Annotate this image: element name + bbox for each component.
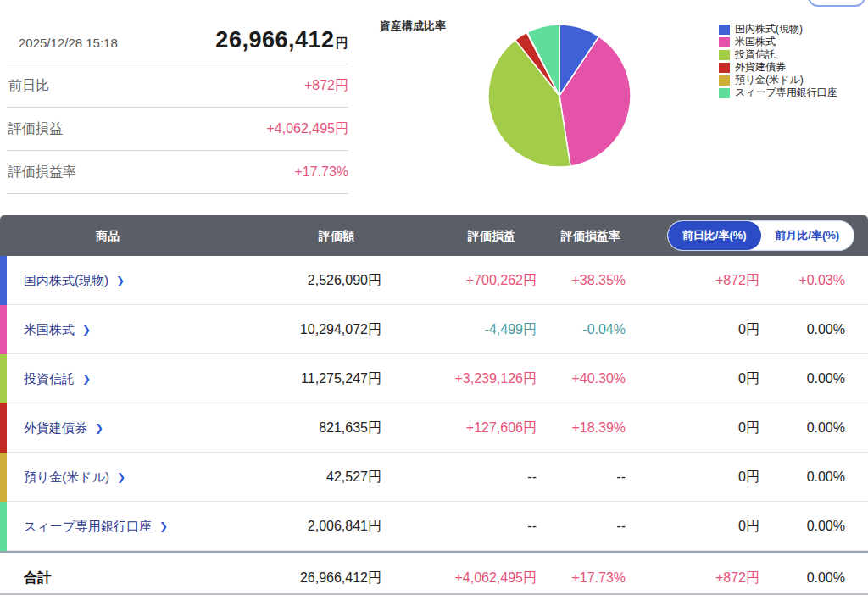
legend-item: 外貨建債券 xyxy=(719,61,837,74)
chevron-right-icon: ❯ xyxy=(82,373,91,385)
header-value: 評価額 xyxy=(294,215,379,256)
legend-item: 米国株式 xyxy=(719,36,837,48)
partial-button[interactable] xyxy=(808,0,865,7)
pl-cell: -- xyxy=(381,519,537,534)
summary-row-value: +17.73% xyxy=(294,164,348,180)
day-rate-cell: 0.00% xyxy=(760,420,845,436)
day-rate-cell: 0.00% xyxy=(760,371,845,386)
product-link[interactable]: 投資信託❯ xyxy=(7,371,205,387)
legend-item: 投資信託 xyxy=(719,48,837,61)
pl-cell: -- xyxy=(381,470,537,485)
row-color-bar xyxy=(0,403,7,453)
pl-rate-cell: -0.04% xyxy=(537,322,626,337)
asset-table: 商品 評価額 評価損益 評価損益率 前日比/率(%) 前月比/率(%) 国内株式… xyxy=(0,215,868,595)
summary-row-label: 前日比 xyxy=(8,77,49,95)
pl-cell: -4,499円 xyxy=(381,321,537,339)
product-link[interactable]: スィープ専用銀行口座❯ xyxy=(7,519,205,535)
chevron-right-icon: ❯ xyxy=(116,275,125,286)
product-name: 投資信託 xyxy=(24,371,75,387)
pl-cell: +3,239,126円 xyxy=(381,370,537,388)
legend-swatch-icon xyxy=(719,75,730,86)
product-name: 国内株式(現物) xyxy=(24,273,108,289)
pl-rate-cell: +18.39% xyxy=(537,420,626,436)
product-name: 外貨建債券 xyxy=(24,420,87,436)
toggle-day-change-button[interactable]: 前日比/率(%) xyxy=(668,221,761,250)
row-color-bar xyxy=(0,256,7,305)
summary-datetime: 2025/12/28 15:18 xyxy=(19,36,118,50)
total-day-rate-cell: 0.00% xyxy=(760,570,845,586)
summary-panel: 2025/12/28 15:18 26,966,412円 前日比+872円評価損… xyxy=(7,22,348,194)
value-cell: 2,526,090円 xyxy=(205,272,381,290)
summary-rows: 前日比+872円評価損益+4,062,495円評価損益率+17.73% xyxy=(7,64,348,194)
total-pl-rate-cell: +17.73% xyxy=(537,570,626,586)
pl-cell: +127,606円 xyxy=(381,420,537,437)
day-change-cell: 0円 xyxy=(626,321,760,339)
period-toggle: 前日比/率(%) 前月比/率(%) xyxy=(667,220,854,251)
summary-row: 前日比+872円 xyxy=(7,64,348,107)
product-name: スィープ専用銀行口座 xyxy=(24,519,152,535)
total-pl-cell: +4,062,495円 xyxy=(381,570,537,587)
row-color-bar xyxy=(0,502,7,551)
header-pl: 評価損益 xyxy=(448,215,536,256)
summary-row: 評価損益+4,062,495円 xyxy=(7,107,348,150)
day-change-cell: 0円 xyxy=(626,469,760,486)
table-row: 米国株式❯10,294,072円-4,499円-0.04%0円0.00% xyxy=(0,305,868,354)
chevron-right-icon: ❯ xyxy=(95,422,103,434)
legend-swatch-icon xyxy=(719,25,730,35)
day-change-cell: 0円 xyxy=(626,370,760,388)
table-row: 国内株式(現物)❯2,526,090円+700,262円+38.35%+872円… xyxy=(0,256,868,305)
legend-item: スィープ専用銀行口座 xyxy=(719,86,837,99)
value-cell: 2,006,841円 xyxy=(205,518,381,536)
product-name: 米国株式 xyxy=(24,322,75,338)
row-color-bar xyxy=(0,553,7,603)
header-pl-rate: 評価損益率 xyxy=(534,215,648,256)
table-body: 国内株式(現物)❯2,526,090円+700,262円+38.35%+872円… xyxy=(0,256,868,551)
table-header: 商品 評価額 評価損益 評価損益率 前日比/率(%) 前月比/率(%) xyxy=(0,215,868,256)
value-cell: 11,275,247円 xyxy=(205,370,381,388)
value-cell: 42,527円 xyxy=(205,469,381,486)
row-color-bar xyxy=(0,453,7,502)
total-day-change-cell: +872円 xyxy=(626,570,760,587)
chevron-right-icon: ❯ xyxy=(117,471,125,483)
pie-chart-legend: 国内株式(現物)米国株式投資信託外貨建債券預り金(米ドル)スィープ専用銀行口座 xyxy=(719,23,837,99)
table-row: 投資信託❯11,275,247円+3,239,126円+40.30%0円0.00… xyxy=(0,354,868,403)
product-link[interactable]: 国内株式(現物)❯ xyxy=(7,273,205,289)
summary-row: 評価損益率+17.73% xyxy=(7,150,348,193)
table-row: 外貨建債券❯821,635円+127,606円+18.39%0円0.00% xyxy=(0,403,868,453)
table-total-row: 合計 26,966,412円 +4,062,495円 +17.73% +872円… xyxy=(0,551,868,595)
day-rate-cell: 0.00% xyxy=(760,470,845,485)
day-change-cell: +872円 xyxy=(626,272,760,290)
pl-rate-cell: +40.30% xyxy=(537,371,626,386)
legend-label: スィープ専用銀行口座 xyxy=(735,86,837,100)
legend-swatch-icon xyxy=(719,50,730,60)
summary-row-label: 評価損益率 xyxy=(8,164,76,181)
legend-swatch-icon xyxy=(719,88,730,98)
chevron-right-icon: ❯ xyxy=(159,520,168,532)
day-change-cell: 0円 xyxy=(626,420,760,437)
toggle-month-change-button[interactable]: 前月比/率(%) xyxy=(761,221,854,250)
summary-row-label: 評価損益 xyxy=(8,120,63,138)
value-cell: 10,294,072円 xyxy=(205,321,381,339)
product-name: 預り金(米ドル) xyxy=(24,470,109,486)
day-change-cell: 0円 xyxy=(626,518,760,536)
summary-total-value: 26,966,412円 xyxy=(215,27,348,53)
legend-swatch-icon xyxy=(719,63,730,73)
legend-item: 国内株式(現物) xyxy=(719,23,837,36)
day-rate-cell: +0.03% xyxy=(760,273,845,288)
product-link[interactable]: 米国株式❯ xyxy=(7,322,205,338)
total-value-cell: 26,966,412円 xyxy=(205,570,381,587)
product-link[interactable]: 預り金(米ドル)❯ xyxy=(7,470,205,486)
legend-item: 預り金(米ドル) xyxy=(719,74,837,86)
pl-rate-cell: -- xyxy=(537,470,626,485)
total-label: 合計 xyxy=(7,570,205,587)
summary-row-value: +4,062,495円 xyxy=(266,120,348,138)
row-color-bar xyxy=(0,354,7,403)
product-link[interactable]: 外貨建債券❯ xyxy=(7,420,205,436)
pl-rate-cell: -- xyxy=(537,519,626,534)
table-row: スィープ専用銀行口座❯2,006,841円----0円0.00% xyxy=(0,502,868,551)
row-color-bar xyxy=(0,305,7,354)
value-cell: 821,635円 xyxy=(205,420,381,437)
pie-chart-title: 資産構成比率 xyxy=(380,19,446,34)
table-row: 預り金(米ドル)❯42,527円----0円0.00% xyxy=(0,453,868,502)
yen-unit: 円 xyxy=(336,36,349,50)
